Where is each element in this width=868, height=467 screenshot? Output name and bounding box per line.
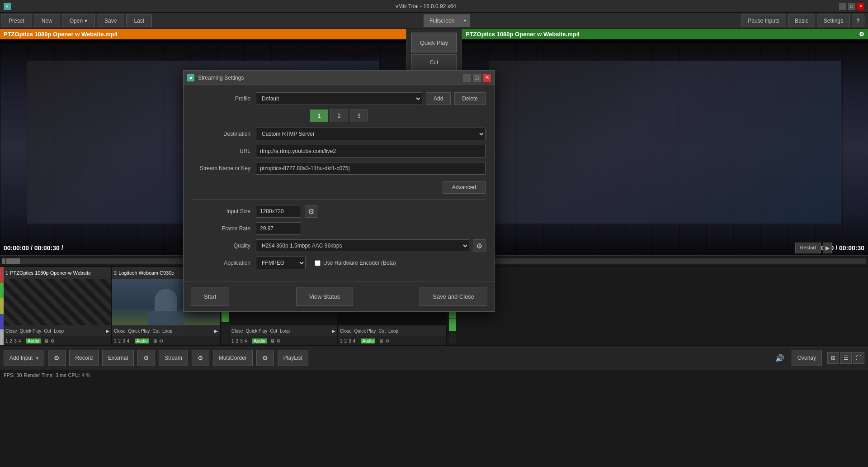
input-size-input[interactable] <box>256 205 301 218</box>
input-size-gear-button[interactable]: ⚙ <box>305 205 317 218</box>
hardware-encoder-checkbox[interactable] <box>315 260 321 266</box>
frame-rate-label: Frame Rate <box>193 225 256 232</box>
dialog-minimize-button[interactable]: − <box>463 74 471 82</box>
destination-control: Custom RTMP Server <box>256 128 486 140</box>
view-status-button[interactable]: View Status <box>296 287 353 306</box>
destination-label: Destination <box>193 131 256 137</box>
dialog-footer: Start View Status Save and Close <box>184 281 495 311</box>
dialog-app-icon: ■ <box>187 74 194 81</box>
stream-key-input[interactable] <box>256 162 486 175</box>
add-profile-button[interactable]: Add <box>426 92 451 105</box>
url-label: URL <box>193 148 256 154</box>
dialog-restore-button[interactable]: □ <box>473 74 481 82</box>
size-row: ⚙ <box>256 205 486 218</box>
quality-gear-button[interactable]: ⚙ <box>473 239 486 252</box>
tab-2-button[interactable]: 2 <box>330 110 348 122</box>
frame-rate-row: Frame Rate <box>193 222 486 235</box>
separator <box>193 199 486 200</box>
quality-row: Quality H264 360p 1.5mbps AAC 96kbps ⚙ <box>193 239 486 252</box>
frame-rate-input[interactable] <box>256 222 301 235</box>
tab-3-button[interactable]: 3 <box>350 110 368 122</box>
url-input[interactable] <box>256 145 486 157</box>
start-button[interactable]: Start <box>191 287 229 306</box>
save-close-button[interactable]: Save and Close <box>420 287 487 306</box>
stream-key-row: Stream Name or Key <box>193 162 486 175</box>
application-row: Application FFMPEG Use Hardware Encoder … <box>193 257 486 269</box>
advanced-button[interactable]: Advanced <box>443 181 486 194</box>
application-select[interactable]: FFMPEG <box>256 257 306 269</box>
input-size-control: ⚙ <box>256 205 486 218</box>
profile-control: Default Add Delete <box>256 92 486 105</box>
input-size-label: Input Size <box>193 208 256 214</box>
destination-select[interactable]: Custom RTMP Server <box>256 128 486 140</box>
dialog-close-button[interactable]: ✕ <box>483 74 491 82</box>
quality-label: Quality <box>193 243 256 249</box>
streaming-dialog: ■ Streaming Settings − □ ✕ Profile Defau… <box>183 70 495 312</box>
quality-control: H264 360p 1.5mbps AAC 96kbps ⚙ <box>256 239 486 252</box>
url-control <box>256 145 486 157</box>
profile-row: Profile Default Add Delete <box>193 92 486 105</box>
hardware-encoder-label[interactable]: Use Hardware Encoder (Beta) <box>315 260 396 266</box>
tab-1-button[interactable]: 1 <box>310 110 328 122</box>
delete-profile-button[interactable]: Delete <box>454 92 486 105</box>
application-control: FFMPEG Use Hardware Encoder (Beta) <box>256 257 486 269</box>
profile-select[interactable]: Default <box>256 92 422 105</box>
url-row: URL <box>193 145 486 157</box>
dialog-titlebar: ■ Streaming Settings − □ ✕ <box>184 71 495 85</box>
frame-rate-control <box>256 222 486 235</box>
input-size-row: Input Size ⚙ <box>193 205 486 218</box>
quality-select-row: H264 360p 1.5mbps AAC 96kbps ⚙ <box>256 239 486 252</box>
application-label: Application <box>193 260 256 266</box>
application-controls-row: FFMPEG Use Hardware Encoder (Beta) <box>256 257 486 269</box>
dialog-title: Streaming Settings <box>198 75 459 81</box>
dialog-win-controls: − □ ✕ <box>463 74 491 82</box>
dialog-overlay: ■ Streaming Settings − □ ✕ Profile Defau… <box>0 0 868 467</box>
stream-key-label: Stream Name or Key <box>193 165 256 172</box>
profile-label: Profile <box>193 95 256 102</box>
tab-row: 1 2 3 <box>193 110 486 122</box>
stream-key-control <box>256 162 486 175</box>
destination-row: Destination Custom RTMP Server <box>193 128 486 140</box>
quality-select[interactable]: H264 360p 1.5mbps AAC 96kbps <box>256 239 469 252</box>
advanced-row: Advanced <box>193 179 486 194</box>
dialog-body: Profile Default Add Delete 1 2 3 Destina… <box>184 85 495 281</box>
